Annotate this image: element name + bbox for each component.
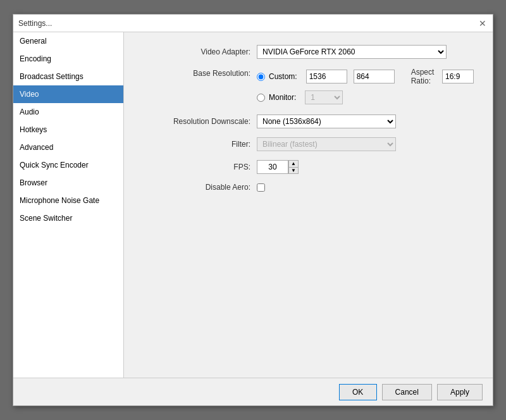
filter-select[interactable]: Bilinear (fastest)	[257, 137, 396, 151]
video-adapter-select[interactable]: NVIDIA GeForce RTX 2060	[257, 45, 447, 59]
apply-button[interactable]: Apply	[437, 384, 483, 400]
sidebar-item-scene-switcher[interactable]: Scene Switcher	[13, 209, 123, 227]
sidebar-item-broadcast-settings[interactable]: Broadcast Settings	[13, 68, 123, 85]
sidebar-item-audio[interactable]: Audio	[13, 103, 123, 121]
title-bar: Settings... ✕	[13, 15, 493, 32]
disable-aero-row: Disable Aero:	[143, 183, 474, 192]
sidebar-item-hotkeys[interactable]: Hotkeys	[13, 121, 123, 139]
disable-aero-checkbox[interactable]	[257, 183, 265, 192]
monitor-select[interactable]: 1	[305, 90, 343, 104]
aspect-ratio-input[interactable]	[442, 70, 474, 83]
video-adapter-control: NVIDIA GeForce RTX 2060	[257, 45, 474, 59]
video-adapter-label: Video Adapter:	[143, 47, 250, 56]
monitor-radio[interactable]	[257, 94, 265, 102]
window-body: General Encoding Broadcast Settings Vide…	[13, 32, 493, 378]
close-button[interactable]: ✕	[478, 18, 488, 28]
fps-row: FPS: ▲ ▼	[143, 160, 474, 174]
disable-aero-control	[257, 183, 474, 192]
fps-spinner: ▲ ▼	[257, 160, 299, 174]
fps-increment-button[interactable]: ▲	[288, 160, 299, 167]
filter-label: Filter:	[143, 140, 250, 149]
custom-width-input[interactable]	[306, 70, 347, 83]
sidebar-item-advanced[interactable]: Advanced	[13, 139, 123, 156]
sidebar-item-quick-sync-encoder[interactable]: Quick Sync Encoder	[13, 156, 123, 174]
monitor-label: Monitor:	[269, 93, 296, 102]
resolution-downscale-row: Resolution Downscale: None (1536x864)	[143, 114, 474, 128]
disable-aero-label: Disable Aero:	[143, 183, 250, 192]
sidebar-item-browser[interactable]: Browser	[13, 174, 123, 192]
custom-radio[interactable]	[257, 73, 265, 81]
sidebar-item-general[interactable]: General	[13, 32, 123, 50]
fps-label: FPS:	[143, 163, 250, 171]
aspect-ratio-label: Aspect Ratio:	[411, 68, 435, 85]
ok-button[interactable]: OK	[339, 384, 377, 400]
video-adapter-row: Video Adapter: NVIDIA GeForce RTX 2060	[143, 45, 474, 59]
fps-control: ▲ ▼	[257, 160, 474, 174]
cancel-button[interactable]: Cancel	[382, 384, 432, 400]
resolution-downscale-control: None (1536x864)	[257, 114, 474, 128]
base-resolution-control: Custom: Aspect Ratio: Monitor: 1	[257, 68, 474, 104]
sidebar-item-video[interactable]: Video	[13, 85, 123, 103]
sidebar: General Encoding Broadcast Settings Vide…	[13, 32, 124, 378]
window-title: Settings...	[18, 19, 52, 28]
custom-height-input[interactable]	[354, 70, 395, 83]
fps-decrement-button[interactable]: ▼	[288, 167, 299, 174]
custom-option: Custom: Aspect Ratio:	[257, 68, 474, 85]
fps-spinner-buttons: ▲ ▼	[288, 160, 299, 174]
content-area: Video Adapter: NVIDIA GeForce RTX 2060 B…	[124, 32, 493, 378]
filter-row: Filter: Bilinear (fastest)	[143, 137, 474, 151]
base-resolution-label: Base Resolution:	[143, 69, 250, 78]
custom-label: Custom:	[269, 72, 297, 81]
settings-window: Settings... ✕ General Encoding Broadcast…	[13, 14, 493, 406]
fps-input[interactable]	[257, 160, 288, 174]
filter-control: Bilinear (fastest)	[257, 137, 474, 151]
monitor-option: Monitor: 1	[257, 90, 474, 104]
sidebar-item-microphone-noise-gate[interactable]: Microphone Noise Gate	[13, 192, 123, 209]
footer: OK Cancel Apply	[13, 378, 493, 405]
resolution-radio-group: Custom: Aspect Ratio: Monitor: 1	[257, 68, 474, 104]
base-resolution-row: Base Resolution: Custom: Aspect Ratio:	[143, 68, 474, 104]
resolution-downscale-select[interactable]: None (1536x864)	[257, 114, 396, 128]
sidebar-item-encoding[interactable]: Encoding	[13, 50, 123, 68]
resolution-downscale-label: Resolution Downscale:	[143, 117, 250, 126]
